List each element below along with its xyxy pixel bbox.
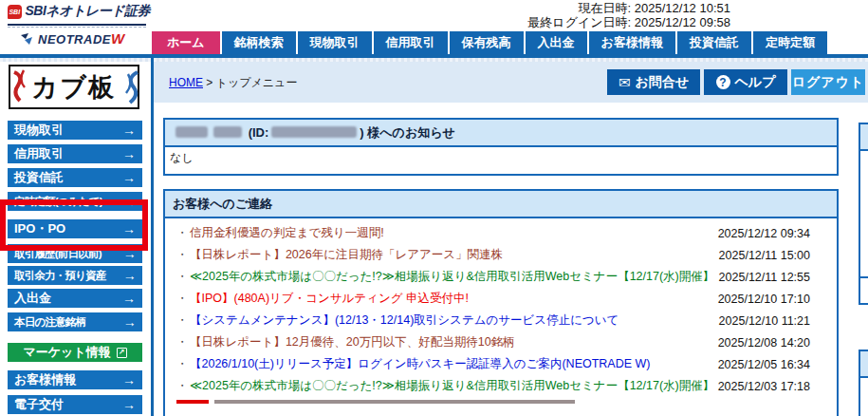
sidebar-item-信用取引[interactable]: 信用取引 →	[8, 144, 142, 163]
sidebar-divider	[151, 58, 154, 416]
nav-tab-label: 保有残高	[462, 34, 511, 51]
arrow-icon: →	[123, 269, 136, 282]
sidebar-menu: 現物取引 → 信用取引 → 投資信託 → 定時定額(つみたて) → IPO・PO…	[8, 121, 142, 414]
news-link[interactable]: 【システムメンテナンス】(12/13・12/14)取引システムのサービス停止につ…	[190, 312, 719, 329]
news-date: 2025/12/10 17:10	[718, 293, 810, 306]
news-panel-header: お客様へのご連絡	[165, 191, 837, 218]
news-date: 2025/12/12 09:34	[718, 227, 810, 240]
nav-tab-お客様情報[interactable]: お客様情報	[589, 31, 675, 54]
news-row: ・ 【システムメンテナンス】(12/13・12/14)取引システムのサービス停止…	[165, 310, 837, 331]
sidebar-item-マーケット情報[interactable]: マーケット情報 ↗	[8, 343, 142, 362]
sbi-badge-icon: SBI	[8, 5, 22, 19]
arrow-icon: →	[123, 315, 136, 329]
bullet-icon: ・	[176, 290, 188, 308]
news-row: ・ ≪2025年の株式市場は〇〇だった!?≫相場振り返り&信用取引活用Webセミ…	[165, 266, 837, 288]
sidebar-item-取引履歴(前日以前)[interactable]: 取引履歴(前日以前) →	[8, 244, 142, 263]
nav-tab-ホーム[interactable]: ホーム	[152, 31, 220, 54]
company-name: SBIネオトレード証券	[26, 3, 150, 20]
sidebar-item-入出金[interactable]: 入出金 →	[8, 289, 142, 308]
news-row: ・ 【IPO】(480A)リブ・コンサルティング 申込受付中! 2025/12/…	[165, 288, 837, 310]
sidebar-item-定時定額(つみたて)[interactable]: 定時定額(つみたて) →	[8, 192, 142, 211]
nav-tab-label: お客様情報	[601, 34, 663, 51]
arrow-icon: →	[122, 373, 136, 387]
sidebar-item-電子交付[interactable]: 電子交付 →	[8, 395, 142, 414]
notice-title-suffix: 様へのお知らせ	[367, 125, 455, 140]
notice-id-prefix: (ID:	[249, 125, 269, 140]
sidebar-item-label: 電子交付	[14, 396, 64, 413]
right-side-panel-top-header	[860, 124, 868, 151]
sidebar-item-取引余力・預り資産[interactable]: 取引余力・預り資産 →	[8, 266, 142, 285]
notice-id-suffix: )	[360, 125, 363, 140]
notice-panel-header: (ID:) 様へのお知らせ	[165, 120, 837, 147]
right-side-panel-top-divider	[860, 276, 868, 278]
product-name: NEOTRADEW	[38, 30, 125, 47]
news-link[interactable]: 【日株レポート】12月優待、20万円以下、好配当期待10銘柄	[190, 334, 718, 350]
arrow-icon: →	[122, 398, 136, 411]
help-button[interactable]: ? ヘルプ	[704, 69, 787, 95]
sidebar-item-IPO・PO[interactable]: IPO・PO →	[8, 219, 142, 238]
arrow-icon: →	[122, 292, 136, 305]
news-row: ・ ≪2025年の株式市場は〇〇だった!?≫相場振り返り&信用取引活用Webセミ…	[165, 375, 837, 397]
brand-logo[interactable]: SBI SBIネオトレード証券 NEOTRADEW	[8, 3, 150, 47]
arrow-icon: →	[122, 171, 136, 184]
nav-tab-定時定額[interactable]: 定時定額	[753, 31, 827, 54]
sidebar-item-本日の注意銘柄[interactable]: 本日の注意銘柄 →	[8, 312, 142, 331]
kabuban-logo-text: カブ板	[32, 70, 116, 104]
clipped-news-row	[165, 397, 837, 404]
contact-button[interactable]: ✉ お問合せ	[607, 69, 700, 95]
contact-button-label: お問合せ	[635, 74, 689, 91]
nav-tab-label: ホーム	[167, 34, 205, 51]
arrow-icon: →	[123, 195, 136, 208]
sidebar-item-label: 現物取引	[14, 122, 64, 139]
nav-tab-信用取引[interactable]: 信用取引	[374, 31, 448, 54]
nav-tab-保有残高[interactable]: 保有残高	[450, 31, 524, 54]
news-link[interactable]: ≪2025年の株式市場は〇〇だった!?≫相場振り返り&信用取引活用Webセミナー…	[190, 269, 719, 285]
news-panel: お客様へのご連絡 ・ 信用金利優遇の判定まで残り一週間! 2025/12/12 …	[163, 189, 839, 416]
sidebar-item-label: 信用取引	[14, 145, 64, 162]
breadcrumb: HOME > トップメニュー	[169, 75, 297, 91]
sidebar-item-現物取引[interactable]: 現物取引 →	[8, 121, 142, 140]
nav-tab-label: 投資信託	[690, 34, 739, 51]
arrow-icon: →	[122, 222, 136, 236]
help-button-label: ヘルプ	[735, 74, 776, 91]
last-login-datetime: 最終ログイン日時: 2025/12/12 09:58	[527, 15, 730, 29]
news-link[interactable]: 【日株レポート】2026年に注目期待「レアアース」関連株	[190, 247, 719, 263]
news-link[interactable]: 【2026/1/10(土)リリース予定】ログイン時パスキー認証導入のご案内(NE…	[190, 356, 718, 372]
bullet-icon: ・	[176, 246, 188, 264]
sidebar-item-label: お客様情報	[14, 371, 76, 388]
sidebar-item-label: 取引余力・預り資産	[14, 269, 106, 283]
news-link[interactable]: 【IPO】(480A)リブ・コンサルティング 申込受付中!	[190, 291, 718, 307]
news-link[interactable]: ≪2025年の株式市場は〇〇だった!?≫相場振り返り&信用取引活用Webセミナー…	[190, 378, 718, 394]
bullet-icon: ・	[176, 312, 188, 330]
news-link[interactable]: 信用金利優遇の判定まで残り一週間!	[190, 225, 718, 241]
bullet-icon: ・	[176, 333, 188, 351]
right-side-panel-bottom	[859, 350, 868, 416]
arrow-icon: →	[122, 123, 136, 137]
help-icon: ?	[716, 75, 730, 89]
nav-tab-label: 銘柄検索	[234, 34, 284, 51]
sidebar-item-お客様情報[interactable]: お客様情報 →	[8, 370, 142, 389]
news-date: 2025/12/05 16:34	[718, 358, 810, 371]
breadcrumb-current: トップメニュー	[216, 76, 298, 89]
kabuban-logo: カブ板	[9, 65, 139, 109]
sidebar-item-投資信託[interactable]: 投資信託 →	[8, 168, 142, 187]
bullet-icon: ・	[176, 224, 188, 242]
news-date: 2025/12/11 12:55	[719, 271, 810, 284]
news-row: ・ 【2026/1/10(土)リリース予定】ログイン時パスキー認証導入のご案内(…	[165, 353, 837, 375]
sidebar-item-label: IPO・PO	[14, 220, 65, 237]
global-nav: ホーム銘柄検索現物取引信用取引保有残高入出金お客様情報投資信託定時定額	[152, 31, 827, 54]
arrow-icon: →	[122, 147, 136, 161]
bullet-icon: ・	[176, 355, 188, 373]
logout-button[interactable]: ログアウト	[791, 69, 865, 95]
app-window: SBI SBIネオトレード証券 NEOTRADEW 現在日時: 2025/12/…	[0, 0, 868, 416]
masked-name-1	[175, 126, 208, 138]
nav-tab-label: 現物取引	[310, 34, 360, 51]
sidebar-item-label: 投資信託	[14, 169, 64, 186]
news-row: ・ 【日株レポート】12月優待、20万円以下、好配当期待10銘柄 2025/12…	[165, 331, 837, 353]
breadcrumb-home-link[interactable]: HOME	[169, 76, 203, 89]
nav-tab-label: 信用取引	[386, 34, 435, 51]
nav-tab-入出金[interactable]: 入出金	[526, 31, 587, 54]
nav-tab-投資信託[interactable]: 投資信託	[677, 31, 751, 54]
nav-tab-現物取引[interactable]: 現物取引	[298, 31, 372, 54]
nav-tab-銘柄検索[interactable]: 銘柄検索	[222, 31, 296, 54]
